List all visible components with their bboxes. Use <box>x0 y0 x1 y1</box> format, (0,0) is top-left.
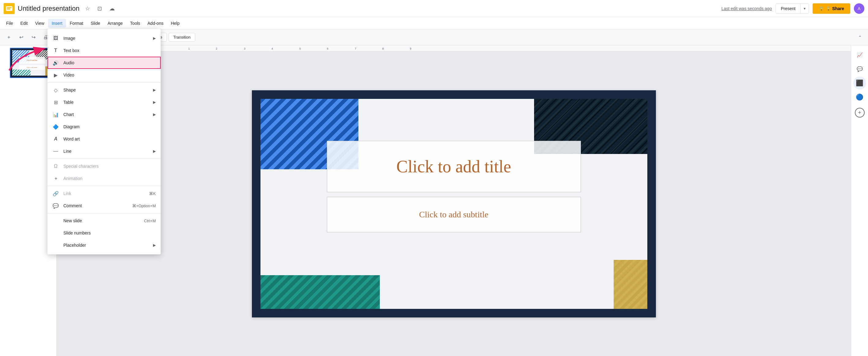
shape-icon: ◇ <box>52 87 59 93</box>
menu-slide[interactable]: Slide <box>87 19 104 28</box>
svg-text:6: 6 <box>327 47 329 50</box>
special-chars-label: Special characters <box>63 164 156 169</box>
right-sidebar-icon-1[interactable]: 📈 <box>853 48 866 61</box>
wordart-icon: A <box>52 136 59 142</box>
link-icon: 🔗 <box>52 190 59 197</box>
subtitle-placeholder-text[interactable]: Click to add subtitle <box>419 210 488 219</box>
toolbar-undo-btn[interactable]: ↩ <box>16 32 26 42</box>
right-sidebar-add-button[interactable]: + <box>855 108 865 118</box>
comment-icon: 💬 <box>52 202 59 209</box>
menu-item-animation[interactable]: ✦ Animation <box>48 172 161 185</box>
menu-insert[interactable]: Insert <box>48 19 66 28</box>
menu-addons[interactable]: Add-ons <box>144 19 167 28</box>
slide-numbers-label: Slide numbers <box>63 231 156 235</box>
collapse-toolbar-button[interactable]: ⌃ <box>856 33 864 41</box>
title-right: Last edit was seconds ago Present ▾ 🔒 🔒 … <box>721 3 864 14</box>
menu-item-line[interactable]: — Line ▶ <box>48 145 161 157</box>
cloud-button[interactable]: ☁ <box>107 4 117 13</box>
menu-item-special-chars[interactable]: Ω Special characters <box>48 160 161 172</box>
menu-arrange[interactable]: Arrange <box>104 19 126 28</box>
menu-item-comment[interactable]: 💬 Comment ⌘+Option+M <box>48 200 161 212</box>
menu-item-shape[interactable]: ◇ Shape ▶ <box>48 84 161 96</box>
new-slide-icon <box>52 217 59 224</box>
menu-item-placeholder[interactable]: Placeholder ▶ <box>48 239 161 251</box>
svg-text:4: 4 <box>272 47 273 50</box>
menu-edit[interactable]: Edit <box>17 19 32 28</box>
menu-view[interactable]: View <box>32 19 48 28</box>
subtitle-textbox[interactable]: Click to add subtitle <box>327 197 581 232</box>
shape-arrow-icon: ▶ <box>153 88 156 92</box>
gold-br-section <box>614 260 647 309</box>
slide-frame-top <box>252 90 656 99</box>
menu-help[interactable]: Help <box>167 19 183 28</box>
toolbar-new-btn[interactable]: + <box>4 32 14 42</box>
title-placeholder-text[interactable]: Click to add title <box>396 157 511 176</box>
new-slide-shortcut: Ctrl+M <box>144 218 156 223</box>
insert-dropdown-menu: 🖼 Image ▶ T Text box 🔊 Audio ▶ Video ◇ S… <box>48 29 161 255</box>
title-textbox[interactable]: Click to add title <box>327 141 581 192</box>
menu-item-textbox[interactable]: T Text box <box>48 44 161 57</box>
diagram-label: Diagram <box>63 124 156 129</box>
menu-section-5: New slide Ctrl+M Slide numbers Placehold… <box>48 213 161 253</box>
transition-button[interactable]: Transition <box>168 33 195 41</box>
svg-text:3: 3 <box>244 47 245 50</box>
star-button[interactable]: ☆ <box>83 4 92 13</box>
slide-thumb-inner: Click to add title Click to add subtitle <box>10 48 53 78</box>
present-main-label[interactable]: Present <box>776 4 801 13</box>
menu-tools[interactable]: Tools <box>126 19 144 28</box>
link-label: Link <box>63 191 149 196</box>
share-button[interactable]: 🔒 🔒 Share <box>813 3 850 14</box>
folder-button[interactable]: ⊡ <box>95 4 105 13</box>
image-icon: 🖼 <box>52 35 59 41</box>
menu-item-chart[interactable]: 📊 Chart ▶ <box>48 108 161 121</box>
last-edit-text[interactable]: Last edit was seconds ago <box>721 6 772 11</box>
image-label: Image <box>63 36 153 41</box>
app-logo[interactable] <box>4 3 15 14</box>
right-sidebar-icon-4[interactable]: 🔵 <box>853 91 866 103</box>
table-icon: ⊞ <box>52 99 59 106</box>
line-icon: — <box>52 148 59 155</box>
table-label: Table <box>63 100 153 105</box>
right-sidebar: 📈 💬 ⬛ 🔵 + <box>851 45 868 356</box>
comment-label: Comment <box>63 203 132 208</box>
slide-frame-left <box>252 90 260 318</box>
svg-text:5: 5 <box>299 47 301 50</box>
menu-item-table[interactable]: ⊞ Table ▶ <box>48 96 161 108</box>
video-label: Video <box>63 72 156 78</box>
menu-item-wordart[interactable]: A Word art <box>48 133 161 145</box>
slide-frame-bottom <box>252 309 656 318</box>
right-sidebar-icon-3[interactable]: ⬛ <box>853 77 866 89</box>
svg-rect-3 <box>7 8 10 9</box>
menu-item-audio[interactable]: 🔊 Audio <box>48 57 161 69</box>
line-arrow-icon: ▶ <box>153 149 156 153</box>
present-dropdown-arrow[interactable]: ▾ <box>801 4 809 13</box>
slide-list-item-1: 1 Click to add title <box>2 48 54 78</box>
document-title[interactable]: Untitled presentation <box>18 5 80 12</box>
placeholder-icon <box>52 242 59 248</box>
menu-file[interactable]: File <box>2 19 17 28</box>
textbox-label: Text box <box>63 48 156 53</box>
slide-viewport[interactable]: Click to add title Click to add subtitle <box>57 52 851 356</box>
menu-item-link[interactable]: 🔗 Link ⌘K <box>48 187 161 200</box>
menu-item-slide-numbers[interactable]: Slide numbers <box>48 227 161 239</box>
user-avatar[interactable]: A <box>854 3 864 14</box>
toolbar-redo-btn[interactable]: ↪ <box>28 32 38 42</box>
link-shortcut: ⌘K <box>149 191 156 196</box>
menu-item-video[interactable]: ▶ Video <box>48 69 161 81</box>
present-button-group[interactable]: Present ▾ <box>776 3 809 14</box>
right-sidebar-icon-2[interactable]: 💬 <box>853 62 866 75</box>
teal-bl-section <box>260 275 380 309</box>
line-label: Line <box>63 149 153 154</box>
new-slide-label: New slide <box>63 218 144 223</box>
comment-shortcut: ⌘+Option+M <box>132 204 156 208</box>
menu-item-image[interactable]: 🖼 Image ▶ <box>48 32 161 44</box>
svg-text:A: A <box>858 6 861 11</box>
menu-item-new-slide[interactable]: New slide Ctrl+M <box>48 215 161 227</box>
svg-text:1: 1 <box>188 47 190 50</box>
menu-format[interactable]: Format <box>66 19 87 28</box>
image-arrow-icon: ▶ <box>153 36 156 40</box>
table-arrow-icon: ▶ <box>153 100 156 105</box>
slide-canvas[interactable]: Click to add title Click to add subtitle <box>252 90 656 318</box>
chart-label: Chart <box>63 112 153 117</box>
menu-item-diagram[interactable]: 🔷 Diagram <box>48 121 161 133</box>
